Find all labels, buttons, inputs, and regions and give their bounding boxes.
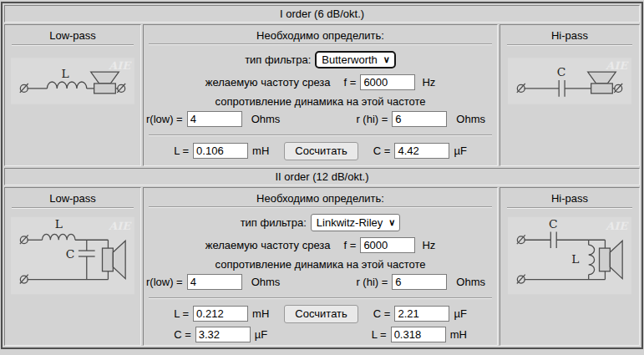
l-result-label: L = bbox=[174, 145, 189, 157]
r-low-label: r(low) = bbox=[146, 113, 183, 125]
divider bbox=[149, 297, 492, 299]
calculate-button[interactable]: Сосчитать bbox=[284, 305, 358, 323]
r-low-input[interactable] bbox=[187, 274, 242, 290]
block2-content-row: Low-pass AIE bbox=[4, 187, 640, 346]
block2-header-label: II order (12 dB/okt.) bbox=[276, 170, 369, 183]
ohms-unit: Ohms bbox=[456, 276, 485, 288]
r-hi-label: r (hi) = bbox=[356, 276, 388, 288]
block2-middle-cell: Необходимо определить: тип фильтра: Link… bbox=[143, 187, 498, 346]
block1-hipass-cell: Hi-pass AIE C bbox=[499, 24, 640, 166]
filter-type-select[interactable]: Butterworth ∨ bbox=[315, 51, 396, 68]
f-label: f = bbox=[344, 76, 357, 89]
divider bbox=[12, 44, 134, 46]
block2-impedance-row: r(low) = Ohms r (hi) = Ohms bbox=[144, 273, 497, 291]
capacitor-label: C bbox=[66, 247, 75, 261]
ohms-unit: Ohms bbox=[456, 113, 485, 125]
lowpass-2nd-order-circuit-diagram: AIE L C bbox=[11, 216, 134, 295]
filter-type-selected-value: Linkwitz-Riley bbox=[317, 216, 383, 229]
divider bbox=[149, 134, 492, 136]
c2-result-input[interactable] bbox=[195, 327, 251, 342]
block2-frequency-row: желаемую частоту среза f = Hz bbox=[144, 236, 497, 254]
hipass-2nd-order-circuit-diagram: AIE C L bbox=[508, 216, 631, 295]
divider bbox=[149, 43, 492, 45]
c-result-label: C = bbox=[373, 145, 391, 157]
block2-lowpass-title: Low-pass bbox=[5, 188, 140, 203]
block1-header: I order (6 dB/okt.) bbox=[4, 5, 640, 23]
block2-hipass-cell: Hi-pass AIE bbox=[499, 187, 640, 346]
block1-content-row: Low-pass AIE L Необходимо bbox=[4, 24, 640, 166]
block1-middle-title: Необходимо определить: bbox=[144, 25, 497, 40]
c-result-label: C = bbox=[373, 307, 391, 320]
capacitor-label: C bbox=[549, 217, 558, 231]
uf-unit: µF bbox=[454, 307, 466, 320]
mh-unit: mH bbox=[252, 145, 269, 157]
mh-unit: mH bbox=[252, 307, 269, 320]
block1-hipass-title: Hi-pass bbox=[500, 25, 639, 40]
divider bbox=[12, 207, 134, 209]
aie-watermark: AIE bbox=[108, 220, 132, 232]
filter-type-label: тип фильтра: bbox=[245, 53, 311, 66]
frequency-input[interactable] bbox=[360, 74, 415, 90]
impedance-label: сопротивление динамика на этой частоте bbox=[144, 95, 497, 109]
r-hi-input[interactable] bbox=[392, 111, 447, 127]
uf-unit: µF bbox=[255, 328, 267, 341]
aie-watermark: AIE bbox=[605, 220, 629, 232]
hz-unit: Hz bbox=[422, 76, 435, 89]
block1-frequency-row: желаемую частоту среза f = Hz bbox=[144, 74, 497, 91]
r-low-input[interactable] bbox=[187, 111, 242, 127]
capacitor-label: C bbox=[557, 65, 566, 79]
filter-type-select[interactable]: Linkwitz-Riley ∨ bbox=[311, 214, 401, 231]
frequency-label: желаемую частоту среза bbox=[205, 76, 331, 89]
block2-results-row-1: L = mH Сосчитать C = µF bbox=[144, 304, 497, 323]
block1-filter-type-row: тип фильтра: Butterworth ∨ bbox=[144, 50, 497, 69]
c-result-input[interactable] bbox=[394, 143, 449, 159]
l-result-input[interactable] bbox=[193, 306, 248, 322]
uf-unit: µF bbox=[454, 145, 466, 157]
block2-hipass-title: Hi-pass bbox=[500, 188, 639, 203]
inductor-label: L bbox=[55, 217, 63, 231]
block1-impedance-row: r(low) = Ohms r (hi) = Ohms bbox=[144, 110, 497, 128]
l2-result-label: L = bbox=[372, 328, 387, 341]
inductor-label: L bbox=[62, 67, 69, 80]
divider bbox=[507, 44, 632, 46]
l-result-label: L = bbox=[174, 307, 189, 320]
block2-header: II order (12 dB/okt.) bbox=[4, 168, 640, 185]
filter-type-selected-value: Butterworth bbox=[322, 53, 377, 66]
lowpass-1st-order-circuit-diagram: AIE L bbox=[11, 58, 134, 104]
block1-middle-cell: Необходимо определить: тип фильтра: Butt… bbox=[143, 24, 498, 166]
block2-filter-type-row: тип фильтра: Linkwitz-Riley ∨ bbox=[144, 213, 497, 232]
l-result-input[interactable] bbox=[193, 143, 248, 159]
block1-header-label: I order (6 dB/okt.) bbox=[280, 8, 364, 20]
calculate-button[interactable]: Сосчитать bbox=[284, 142, 358, 160]
impedance-label: сопротивление динамика на этой частоте bbox=[144, 258, 497, 271]
c2-result-label: C = bbox=[174, 328, 191, 341]
block1-lowpass-title: Low-pass bbox=[5, 25, 140, 40]
block1-results-row: L = mH Сосчитать C = µF bbox=[144, 141, 497, 160]
r-low-label: r(low) = bbox=[146, 276, 183, 288]
frequency-label: желаемую частоту среза bbox=[205, 239, 331, 251]
r-hi-input[interactable] bbox=[392, 274, 447, 290]
inductor-label: L bbox=[571, 252, 579, 266]
f-label: f = bbox=[344, 239, 357, 251]
ohms-unit: Ohms bbox=[251, 113, 281, 125]
block1-lowpass-cell: Low-pass AIE L bbox=[4, 24, 141, 166]
crossover-calculator-table: I order (6 dB/okt.) Low-pass AIE bbox=[1, 2, 643, 349]
mh-unit: mH bbox=[450, 328, 467, 341]
block2-middle-title: Необходимо определить: bbox=[144, 188, 497, 203]
divider bbox=[507, 207, 632, 209]
filter-type-label: тип фильтра: bbox=[241, 216, 307, 229]
c-result-input[interactable] bbox=[394, 306, 449, 322]
l2-result-input[interactable] bbox=[391, 327, 446, 342]
aie-watermark: AIE bbox=[108, 59, 132, 72]
divider bbox=[149, 206, 492, 208]
block2-results-row-2: C = µF Сосчитать L = mH bbox=[144, 325, 497, 344]
chevron-down-icon: ∨ bbox=[383, 55, 390, 64]
ohms-unit: Ohms bbox=[251, 276, 281, 288]
frequency-input[interactable] bbox=[360, 237, 415, 253]
chevron-down-icon: ∨ bbox=[388, 218, 395, 227]
hipass-1st-order-circuit-diagram: AIE C bbox=[508, 58, 631, 104]
block2-lowpass-cell: Low-pass AIE bbox=[4, 187, 141, 346]
aie-watermark: AIE bbox=[605, 59, 629, 72]
r-hi-label: r (hi) = bbox=[356, 113, 388, 125]
hz-unit: Hz bbox=[422, 239, 435, 251]
